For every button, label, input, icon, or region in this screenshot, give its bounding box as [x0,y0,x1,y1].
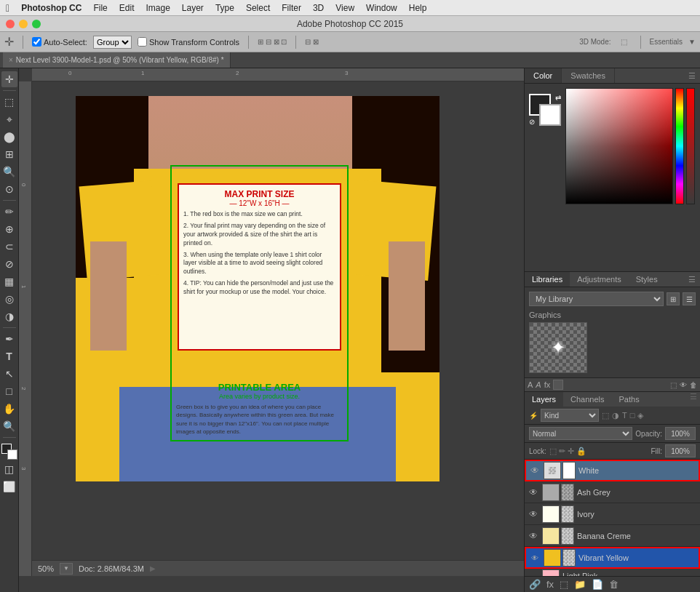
layers-panel-menu-icon[interactable]: ☰ [687,392,700,407]
tab-styles[interactable]: Styles [629,272,665,287]
menu-layer[interactable]: Layer [182,3,204,13]
fill-input[interactable] [665,444,696,457]
layer-banana-creme[interactable]: 👁 Banana Creme [525,525,700,547]
auto-select-select[interactable]: Group [93,36,132,49]
background-color[interactable] [7,449,17,460]
eraser-tool[interactable]: ⊘ [1,256,17,272]
move-tool[interactable]: ✛ [1,71,17,87]
shape-tool[interactable]: □ [1,383,17,399]
maximize-button[interactable] [32,20,41,28]
marquee-tool[interactable]: ⬚ [1,94,17,110]
quick-mask-tool[interactable]: ◫ [1,461,17,477]
opacity-input[interactable] [665,427,696,440]
fx-label[interactable]: fx [544,380,551,389]
filter-type-icon[interactable]: T [622,411,627,420]
apple-menu[interactable]:  [6,2,9,14]
dodge-tool[interactable]: ◑ [1,308,17,324]
library-grid-view[interactable]: ⊞ [667,292,680,305]
swap-colors-icon[interactable]: ⇄ [555,94,561,102]
layer-white-visibility[interactable]: 👁 [529,465,541,476]
move-tool-icon[interactable]: ✛ [4,35,14,49]
menu-type[interactable]: Type [215,3,234,13]
alpha-channel[interactable] [686,88,695,204]
lib-options-icon[interactable]: ☰ [684,272,700,287]
link-layers-icon[interactable]: 🔗 [529,579,541,590]
menu-3d[interactable]: 3D [313,3,324,13]
default-colors-icon[interactable]: ⊘ [529,118,535,126]
pen-tool[interactable]: ✒ [1,331,17,347]
delete-layer-icon[interactable]: 🗑 [609,579,619,590]
healing-tool[interactable]: ⊙ [1,181,17,197]
graphics-thumbnail[interactable]: ✦ [529,322,587,373]
zoom-dropdown[interactable]: ▼ [60,563,73,575]
new-layer-icon[interactable]: 📄 [592,579,603,590]
history-tool[interactable]: ⊂ [1,239,17,255]
tab-color[interactable]: Color [525,68,562,83]
tab-paths[interactable]: Paths [612,392,647,407]
color-chip-icon[interactable] [553,380,563,390]
lock-position-icon[interactable]: ✛ [568,447,574,456]
background-square[interactable] [539,104,561,126]
filter-adj-icon[interactable]: ◑ [612,411,619,420]
document-tab[interactable]: × Next Level 3900-Model-1.psd @ 50% (Vib… [3,52,231,68]
lock-image-icon[interactable]: ✏ [559,447,565,456]
layer-ivory[interactable]: 👁 Ivory [525,503,700,525]
panel-options-icon[interactable]: ☰ [684,68,700,83]
add-style-icon[interactable]: fx [546,579,554,590]
panel-options-btn[interactable]: ⬚ [670,381,677,389]
tab-swatches[interactable]: Swatches [562,68,615,83]
kind-select-dropdown[interactable]: Kind [541,409,599,422]
layer-vibrant-yellow[interactable]: 👁 Vibrant Yellow [525,547,700,569]
lock-transparent-icon[interactable]: ⬚ [549,447,557,456]
menu-view[interactable]: View [335,3,354,13]
hue-spectrum[interactable] [675,88,684,204]
color-chips[interactable] [1,444,17,460]
fg-bg-squares[interactable]: ⇄ ⊘ [529,94,561,126]
show-transform-checkbox[interactable] [138,37,147,47]
minimize-button[interactable] [19,20,28,28]
layer-banana-creme-visibility[interactable]: 👁 [528,530,539,542]
filter-shape-icon[interactable]: □ [630,411,635,420]
screen-mode-tool[interactable]: ⬜ [1,479,17,495]
type-tool[interactable]: T [1,348,17,364]
library-dropdown[interactable]: My Library [529,292,664,306]
eye-icon[interactable]: 👁 [680,381,687,389]
lasso-tool[interactable]: ⌖ [1,111,17,127]
tab-layers[interactable]: Layers [525,392,563,407]
zoom-tool[interactable]: 🔍 [1,418,17,434]
menu-select[interactable]: Select [246,3,270,13]
lock-all-icon[interactable]: 🔒 [576,447,586,456]
menu-file[interactable]: File [93,3,107,13]
layer-light-pink-visibility[interactable] [528,570,539,577]
tab-close-icon[interactable]: × [9,56,13,64]
menu-image[interactable]: Image [146,3,170,13]
menu-filter[interactable]: Filter [282,3,301,13]
filter-smart-icon[interactable]: ◈ [637,411,643,420]
filter-pixel-icon[interactable]: ⬚ [602,411,609,420]
menu-help[interactable]: Help [409,3,427,13]
layer-vibrant-yellow-visibility[interactable]: 👁 [529,552,541,564]
crop-tool[interactable]: ⊞ [1,146,17,162]
menu-window[interactable]: Window [366,3,397,13]
path-select-tool[interactable]: ↖ [1,366,17,382]
clone-tool[interactable]: ⊕ [1,221,17,237]
color-gradient-picker[interactable] [565,88,673,204]
tab-libraries[interactable]: Libraries [525,272,570,287]
layer-ivory-visibility[interactable]: 👁 [528,508,539,520]
tab-channels-visible[interactable]: Channels [563,392,611,407]
close-button[interactable] [6,20,15,28]
add-mask-icon[interactable]: ⬚ [560,579,568,590]
library-list-view[interactable]: ☰ [683,292,696,305]
trash-icon[interactable]: 🗑 [690,381,697,389]
essentials-dropdown-icon[interactable]: ▼ [688,38,696,46]
new-group-icon[interactable]: 📁 [574,579,586,590]
auto-select-checkbox[interactable] [32,37,41,47]
layer-white[interactable]: 👁 White [525,460,700,481]
layer-ash-grey[interactable]: 👁 Ash Grey [525,481,700,503]
layer-ash-grey-visibility[interactable]: 👁 [528,487,539,498]
menu-edit[interactable]: Edit [119,3,135,13]
eye-btn[interactable]: 👁 [531,554,538,562]
blur-tool[interactable]: ◎ [1,291,17,307]
quick-select-tool[interactable]: ⬤ [1,129,17,145]
eyedropper-tool[interactable]: 🔍 [1,164,17,180]
